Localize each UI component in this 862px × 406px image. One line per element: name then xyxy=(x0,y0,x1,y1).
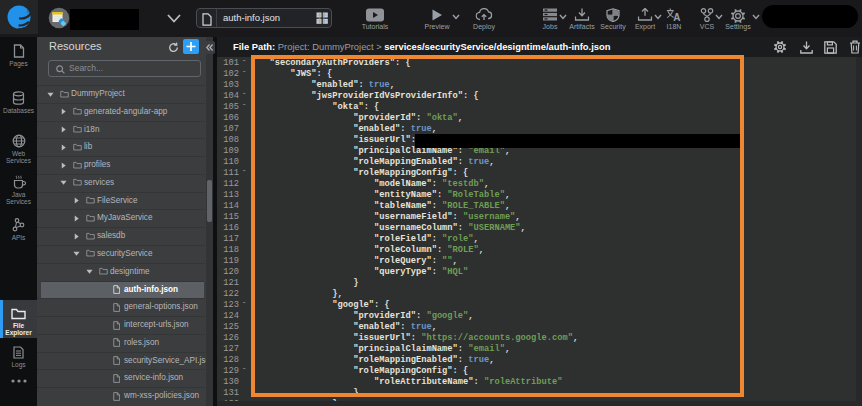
svg-text:A: A xyxy=(673,12,680,22)
